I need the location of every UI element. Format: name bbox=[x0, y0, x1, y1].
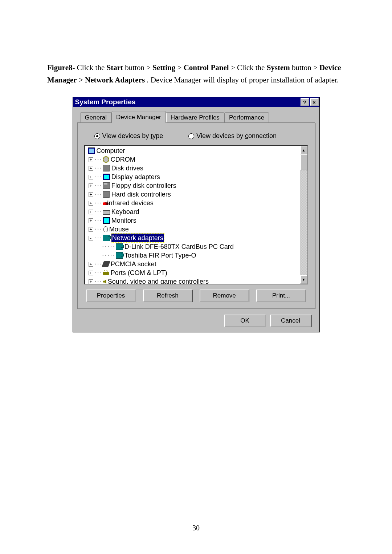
tree-node-keyboard[interactable]: +··· Keyboard bbox=[86, 207, 300, 216]
figure-caption: Figure8- Click the Start button > Settin… bbox=[47, 62, 345, 86]
tree-node-mouse[interactable]: +··· Mouse bbox=[86, 225, 300, 234]
radio-view-by-connection[interactable]: View devices by connection bbox=[188, 132, 277, 140]
expand-icon[interactable]: + bbox=[89, 227, 93, 232]
expand-icon[interactable]: + bbox=[89, 183, 93, 188]
pcmcia-icon bbox=[102, 261, 110, 267]
tree-node-display-adapters[interactable]: +··· Display adapters bbox=[86, 173, 300, 181]
tree-node-toshiba-fir[interactable]: ····· Toshiba FIR Port Type-O bbox=[86, 251, 300, 260]
tree-node-sound[interactable]: +··· Sound, video and game controllers bbox=[86, 277, 300, 284]
radio-icon bbox=[188, 133, 194, 139]
expand-icon[interactable]: + bbox=[89, 175, 93, 179]
tree-scrollbar[interactable]: ▲ ▼ bbox=[300, 146, 307, 284]
tab-hardware-profiles[interactable]: Hardware Profiles bbox=[166, 112, 224, 123]
floppy-icon bbox=[103, 182, 110, 189]
page-number: 30 bbox=[0, 524, 392, 532]
tree-node-pcmcia[interactable]: +··· PCMCIA socket bbox=[86, 260, 300, 268]
help-button[interactable]: ? bbox=[301, 98, 309, 106]
radio-icon bbox=[94, 133, 100, 139]
tree-node-hdd[interactable]: +··· Hard disk controllers bbox=[86, 190, 300, 199]
tree-node-floppy[interactable]: +··· Floppy disk controllers bbox=[86, 181, 300, 190]
radio-view-by-type[interactable]: View devices by type bbox=[94, 132, 163, 140]
dialog-title: System Properties bbox=[75, 98, 300, 106]
tab-performance[interactable]: Performance bbox=[224, 112, 269, 123]
tree-node-network-adapters[interactable]: -··· Network adapters bbox=[86, 234, 300, 242]
expand-icon[interactable]: + bbox=[89, 262, 93, 267]
hdd-icon bbox=[103, 191, 110, 198]
computer-icon bbox=[88, 147, 95, 154]
tree-node-monitors[interactable]: +··· Monitors bbox=[86, 216, 300, 225]
system-properties-dialog: System Properties ? × General Device Man… bbox=[73, 97, 320, 332]
ok-button[interactable]: OK bbox=[224, 315, 266, 327]
network-icon bbox=[116, 252, 123, 259]
scroll-track[interactable] bbox=[300, 170, 307, 275]
properties-button[interactable]: Properties bbox=[86, 290, 136, 302]
network-icon bbox=[103, 235, 110, 241]
network-icon bbox=[116, 243, 123, 250]
expand-icon[interactable]: + bbox=[89, 201, 93, 206]
expand-icon[interactable]: + bbox=[89, 271, 93, 275]
tree-node-computer[interactable]: Computer bbox=[86, 146, 300, 155]
tab-device-manager[interactable]: Device Manager bbox=[111, 111, 166, 123]
sound-icon bbox=[103, 279, 106, 284]
remove-button[interactable]: Remove bbox=[200, 290, 249, 302]
tree-node-disk-drives[interactable]: +··· Disk drives bbox=[86, 164, 300, 173]
scroll-thumb[interactable] bbox=[300, 154, 307, 170]
tree-node-dlink-card[interactable]: ····· D-Link DFE-680TX CardBus PC Card bbox=[86, 242, 300, 251]
device-tree[interactable]: Computer +··· CDROM +··· Disk drives bbox=[84, 145, 308, 284]
tree-node-infrared[interactable]: +··· Infrared devices bbox=[86, 199, 300, 207]
expand-icon[interactable]: + bbox=[89, 192, 93, 197]
scroll-down-button[interactable]: ▼ bbox=[300, 275, 307, 284]
monitor-icon bbox=[103, 217, 110, 224]
scroll-up-button[interactable]: ▲ bbox=[300, 146, 307, 154]
expand-icon[interactable]: + bbox=[89, 157, 93, 162]
display-icon bbox=[103, 174, 110, 180]
device-manager-panel: View devices by type View devices by con… bbox=[77, 122, 315, 309]
infrared-icon bbox=[103, 202, 106, 205]
expand-icon[interactable]: + bbox=[89, 279, 93, 284]
expand-icon[interactable]: + bbox=[89, 218, 93, 223]
close-button[interactable]: × bbox=[310, 98, 319, 106]
cdrom-icon bbox=[103, 156, 109, 163]
tree-node-cdrom[interactable]: +··· CDROM bbox=[86, 155, 300, 164]
disk-icon bbox=[103, 165, 110, 171]
tree-node-ports[interactable]: +··· Ports (COM & LPT) bbox=[86, 268, 300, 277]
cancel-button[interactable]: Cancel bbox=[270, 315, 311, 327]
titlebar: System Properties ? × bbox=[73, 97, 319, 107]
mouse-icon bbox=[103, 226, 108, 232]
expand-icon[interactable]: + bbox=[89, 166, 93, 171]
tab-general[interactable]: General bbox=[80, 112, 111, 123]
keyboard-icon bbox=[103, 210, 110, 215]
collapse-icon[interactable]: - bbox=[89, 236, 93, 240]
tab-strip: General Device Manager Hardware Profiles… bbox=[80, 110, 315, 122]
ports-icon bbox=[103, 272, 109, 275]
expand-icon[interactable]: + bbox=[89, 210, 93, 214]
print-button[interactable]: Print... bbox=[256, 290, 306, 302]
refresh-button[interactable]: Refresh bbox=[143, 290, 192, 302]
